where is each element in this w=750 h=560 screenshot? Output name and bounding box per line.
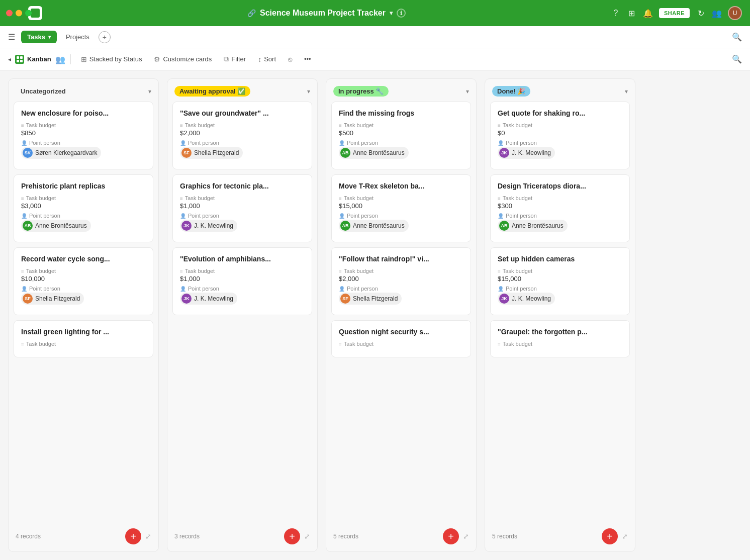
more-button[interactable]: ••• — [300, 53, 315, 65]
card[interactable]: Record water cycle song... ≡ Task budget… — [14, 247, 153, 315]
notification-icon[interactable]: 🔔 — [643, 8, 653, 18]
person-badge[interactable]: AB Anne Brontësaurus — [339, 147, 409, 159]
card[interactable]: Question night security s... ≡ Task budg… — [331, 320, 471, 357]
export-icon: ⎋ — [288, 55, 292, 63]
person-badge[interactable]: SF Shella Fitzgerald — [339, 293, 402, 305]
budget-icon: ≡ — [339, 268, 342, 274]
person-name: J. K. Meowling — [194, 295, 233, 302]
kanban-label: Kanban — [27, 55, 51, 63]
refresh-icon[interactable]: ↻ — [696, 8, 706, 18]
person-badge[interactable]: JK J. K. Meowling — [498, 293, 555, 305]
card[interactable]: "Save our groundwater" ... ≡ Task budget… — [172, 102, 312, 169]
card[interactable]: "Graupel: the forgotten p... ≡ Task budg… — [490, 320, 630, 357]
users-icon[interactable]: 👥 — [712, 8, 722, 18]
person-name: J. K. Meowling — [194, 222, 233, 229]
person-badge[interactable]: JK J. K. Meowling — [180, 220, 237, 232]
tab-tasks-arrow: ▾ — [48, 34, 51, 40]
card[interactable]: Set up hidden cameras ≡ Task budget $15,… — [490, 247, 630, 315]
column-badge-done[interactable]: Done! 🎉 — [492, 86, 530, 97]
budget-label: ≡ Task budget — [498, 195, 622, 201]
person-label: 👤 Point person — [180, 140, 305, 146]
person-label: 👤 Point person — [21, 286, 146, 292]
budget-label: ≡ Task budget — [21, 195, 146, 201]
expand-button[interactable]: ⤢ — [145, 532, 151, 540]
card-person-field: 👤 Point person AB Anne Brontësaurus — [339, 213, 463, 232]
card-person-field: 👤 Point person JK J. K. Meowling — [498, 286, 622, 305]
card[interactable]: Install green lighting for ... ≡ Task bu… — [14, 320, 153, 357]
column-arrow-done[interactable]: ▾ — [625, 88, 628, 95]
person-badge[interactable]: AB Anne Brontësaurus — [21, 220, 91, 232]
person-badge[interactable]: JK J. K. Meowling — [180, 293, 237, 305]
column-badge-inprogress[interactable]: In progress 🔧 — [333, 86, 389, 97]
filter-button[interactable]: ⧉ Filter — [220, 53, 250, 65]
column-badge-uncategorized[interactable]: Uncategorized — [16, 86, 71, 97]
title-dropdown-arrow[interactable]: ▾ — [390, 10, 393, 17]
person-icon: 👤 — [21, 213, 27, 219]
records-count: 5 records — [492, 533, 517, 540]
records-count: 5 records — [333, 533, 358, 540]
add-card-button[interactable]: + — [602, 528, 618, 544]
person-badge[interactable]: JK J. K. Meowling — [498, 147, 555, 159]
menu-icon[interactable]: ☰ — [8, 32, 15, 42]
column-arrow-uncategorized[interactable]: ▾ — [148, 88, 151, 95]
person-badge[interactable]: AB Anne Brontësaurus — [498, 220, 568, 232]
grid-icon[interactable]: ⊞ — [627, 8, 637, 18]
close-button[interactable] — [6, 10, 13, 17]
add-card-button[interactable]: + — [443, 528, 459, 544]
stacked-by-status-button[interactable]: ⊞ Stacked by Status — [77, 53, 146, 65]
card[interactable]: Get quote for shaking ro... ≡ Task budge… — [490, 102, 630, 169]
kanban-back-arrow[interactable]: ◂ — [8, 56, 11, 63]
card[interactable]: "Evolution of amphibians... ≡ Task budge… — [172, 247, 312, 315]
kanban-view-selector[interactable]: Kanban — [15, 55, 51, 64]
card-person-field: 👤 Point person JK J. K. Meowling — [498, 140, 622, 159]
column-arrow-awaiting[interactable]: ▾ — [307, 88, 310, 95]
budget-icon: ≡ — [498, 268, 501, 274]
person-label-text: Point person — [506, 286, 537, 292]
person-badge[interactable]: SK Søren Kierkegaardvark — [21, 147, 101, 159]
app-title: Science Museum Project Tracker — [260, 9, 386, 18]
search-icon[interactable]: 🔍 — [732, 32, 742, 42]
budget-label-text: Task budget — [503, 122, 532, 128]
card[interactable]: "Follow that raindrop!" vi... ≡ Task bud… — [331, 247, 471, 315]
kanban-search-icon[interactable]: 🔍 — [732, 54, 742, 64]
person-badge[interactable]: SF Shella Fitzgerald — [180, 147, 243, 159]
person-value: AB Anne Brontësaurus — [339, 147, 463, 159]
person-name: Shella Fitzgerald — [35, 295, 80, 302]
person-name: Shella Fitzgerald — [353, 295, 398, 302]
person-value: AB Anne Brontësaurus — [21, 220, 146, 232]
person-avatar: AB — [499, 221, 509, 231]
help-icon[interactable]: ? — [611, 8, 621, 18]
tab-tasks[interactable]: Tasks ▾ — [21, 31, 57, 43]
card[interactable]: Graphics for tectonic pla... ≡ Task budg… — [172, 174, 312, 242]
tab-projects[interactable]: Projects — [61, 31, 95, 43]
add-tab-button[interactable]: + — [99, 31, 111, 43]
card-person-field: 👤 Point person SF Shella Fitzgerald — [21, 286, 146, 305]
minimize-button[interactable] — [16, 10, 22, 17]
export-button[interactable]: ⎋ — [284, 53, 296, 65]
person-badge[interactable]: AB Anne Brontësaurus — [339, 220, 409, 232]
person-badge[interactable]: SF Shella Fitzgerald — [21, 293, 84, 305]
person-label-text: Point person — [29, 140, 60, 146]
info-button[interactable]: ℹ — [397, 9, 406, 18]
sort-button[interactable]: ↕ Sort — [254, 53, 280, 65]
card[interactable]: Design Triceratops diora... ≡ Task budge… — [490, 174, 630, 242]
add-card-button[interactable]: + — [125, 528, 141, 544]
column-badge-awaiting[interactable]: Awaiting approval ✅ — [174, 86, 250, 97]
column-arrow-inprogress[interactable]: ▾ — [466, 88, 469, 95]
expand-button[interactable]: ⤢ — [622, 532, 628, 540]
column-cards-awaiting: "Save our groundwater" ... ≡ Task budget… — [167, 102, 317, 523]
person-name: Anne Brontësaurus — [35, 222, 87, 229]
card[interactable]: Move T-Rex skeleton ba... ≡ Task budget … — [331, 174, 471, 242]
expand-button[interactable]: ⤢ — [463, 532, 469, 540]
card[interactable]: Find the missing frogs ≡ Task budget $50… — [331, 102, 471, 169]
card[interactable]: Prehistoric plant replicas ≡ Task budget… — [14, 174, 153, 242]
add-card-button[interactable]: + — [284, 528, 300, 544]
user-avatar[interactable]: U — [728, 6, 742, 20]
card[interactable]: New enclosure for poiso... ≡ Task budget… — [14, 102, 153, 169]
expand-button[interactable]: ⤢ — [304, 532, 310, 540]
maximize-button[interactable] — [25, 10, 32, 17]
group-icon[interactable]: 👥 — [55, 55, 64, 64]
customize-cards-button[interactable]: ⚙ Customize cards — [150, 53, 216, 65]
person-avatar: SK — [23, 148, 33, 158]
share-button[interactable]: SHARE — [659, 8, 690, 18]
